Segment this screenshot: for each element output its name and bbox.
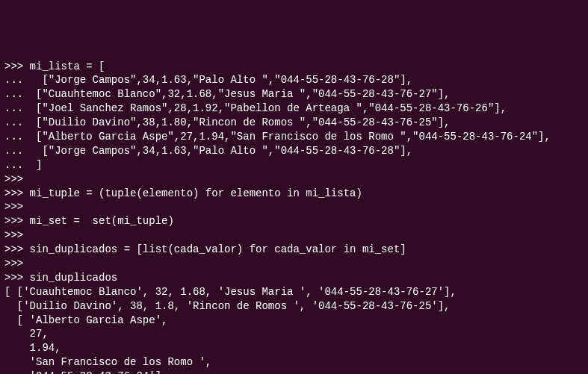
terminal-line: [ 'Alberto Garcia Aspe', bbox=[4, 314, 584, 328]
terminal-line: >>> mi_set = set(mi_tuple) bbox=[4, 214, 584, 228]
terminal-line: ... ["Jorge Campos",34,1.63,"Palo Alto "… bbox=[4, 144, 584, 158]
terminal-line: ... ["Jorge Campos",34,1.63,"Palo Alto "… bbox=[4, 73, 584, 87]
terminal-line: >>> bbox=[4, 200, 584, 214]
terminal-line: >>> bbox=[4, 228, 584, 243]
terminal-line: >>> mi_lista = [ bbox=[4, 60, 584, 74]
terminal-line: '044-55-28-43-76-24'], bbox=[4, 370, 584, 374]
terminal-line: >>> bbox=[4, 257, 584, 271]
terminal-line: 'San Francisco de los Romo ', bbox=[4, 355, 584, 370]
terminal-line: >>> mi_tuple = (tuple(elemento) for elem… bbox=[4, 187, 584, 201]
terminal-line: 1.94, bbox=[4, 341, 584, 355]
terminal-line: >>> bbox=[4, 172, 584, 187]
terminal-line: ... ["Duilio Davino",38,1.80,"Rincon de … bbox=[4, 116, 584, 130]
terminal-line: [ ['Cuauhtemoc Blanco', 32, 1.68, 'Jesus… bbox=[4, 285, 584, 299]
terminal-output[interactable]: >>> mi_lista = [... ["Jorge Campos",34,1… bbox=[4, 60, 584, 374]
terminal-line: >>> sin_duplicados = [list(cada_valor) f… bbox=[4, 243, 584, 257]
terminal-line: ['Duilio Davino', 38, 1.8, 'Rincon de Ro… bbox=[4, 299, 584, 314]
terminal-line: ... ["Alberto Garcia Aspe",27,1.94,"San … bbox=[4, 130, 584, 144]
terminal-line: ... ["Joel Sanchez Ramos",28,1.92,"Pabel… bbox=[4, 102, 584, 116]
terminal-line: 27, bbox=[4, 327, 584, 341]
terminal-line: >>> sin_duplicados bbox=[4, 271, 584, 285]
terminal-line: ... ["Cuauhtemoc Blanco",32,1.68,"Jesus … bbox=[4, 87, 584, 102]
terminal-line: ... ] bbox=[4, 158, 584, 172]
